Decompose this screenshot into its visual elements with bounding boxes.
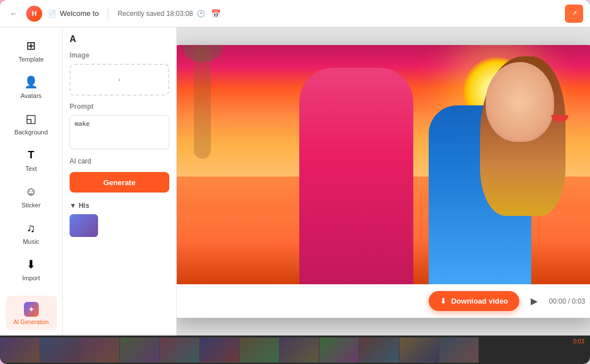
back-icon: ← (10, 9, 18, 18)
ai-card-label: AI card (70, 157, 169, 165)
person-blue (429, 73, 531, 284)
logo-text: H (32, 10, 37, 18)
left-panel: A Image + Prompt make AI card Generate ▼… (63, 27, 177, 336)
sidebar-label-import: Import (22, 275, 40, 281)
person-pink (299, 68, 413, 284)
doc-icon: 📄 (48, 10, 56, 18)
video-modal-overlay: ⬇ Download video ▶ 00:00 / 0:03 (177, 27, 590, 336)
history-label: His (79, 202, 89, 210)
sidebar-item-template[interactable]: ⊞ Template (6, 33, 57, 67)
timeline-frame-10 (359, 337, 399, 363)
sidebar-item-ai-generation[interactable]: ✦ AI Generation (6, 296, 57, 330)
share-button[interactable]: ↗ (565, 5, 583, 23)
sidebar-label-sticker: Sticker (22, 202, 41, 208)
history-thumbnail[interactable] (70, 214, 98, 237)
timeline-frame-6 (200, 337, 239, 363)
back-button[interactable]: ← (7, 7, 21, 21)
ai-generation-icon: ✦ (23, 301, 39, 317)
generate-button[interactable]: Generate (70, 172, 169, 193)
download-label: Download video (451, 297, 508, 305)
main-content: ⊞ Template 👤 Avatars ◱ Background T Text… (0, 27, 590, 336)
timeline-frame-5 (160, 337, 200, 363)
background-icon: ◱ (23, 111, 39, 126)
doc-title-text: Welcome to (60, 9, 99, 18)
sidebar-label-background: Background (14, 129, 48, 136)
timeline-frame-12 (439, 337, 479, 363)
timeline-frame-3 (80, 337, 120, 363)
play-button[interactable]: ▶ (525, 292, 543, 310)
timeline-frame-4 (120, 337, 160, 363)
timeline-track (0, 336, 479, 364)
panel-title: A (70, 34, 169, 44)
history-header[interactable]: ▼ His (70, 202, 169, 210)
video-modal-container: ⬇ Download video ▶ 00:00 / 0:03 (177, 45, 590, 318)
sidebar-label-text: Text (25, 165, 36, 172)
prompt-section-label: Prompt (70, 103, 169, 111)
editor-and-right: A Image + Prompt make AI card Generate ▼… (63, 27, 590, 336)
sidebar-item-import[interactable]: ⬇ Import (6, 252, 57, 286)
app-window: ← H 📄 Welcome to Recently saved 18:03:08… (0, 0, 590, 364)
sidebar-item-music[interactable]: ♫ Music (6, 215, 57, 250)
timeline-frame-7 (239, 337, 279, 363)
title-separator (108, 8, 108, 19)
template-icon: ⊞ (23, 38, 39, 54)
download-video-button[interactable]: ⬇ Download video (429, 291, 519, 311)
chevron-down-icon: ▼ (70, 202, 76, 210)
prompt-input[interactable]: make (70, 115, 169, 149)
sidebar-label-music: Music (23, 238, 39, 245)
upload-icon: + (82, 76, 157, 83)
top-bar: ← H 📄 Welcome to Recently saved 18:03:08… (0, 0, 590, 27)
timeline-frame-9 (319, 337, 359, 363)
saved-info: Recently saved 18:03:08 🕐 (117, 10, 205, 18)
history-section: ▼ His (70, 202, 169, 237)
app-logo: H (26, 6, 42, 22)
top-bar-right: ↗ (565, 5, 583, 23)
doc-title: 📄 Welcome to (48, 9, 99, 18)
download-icon: ⬇ (440, 297, 446, 305)
sticker-icon: ☺ (23, 183, 39, 199)
image-upload-area[interactable]: + (70, 64, 169, 96)
video-controls-bar: ⬇ Download video ▶ 00:00 / 0:03 (177, 284, 590, 318)
sidebar-item-avatars[interactable]: 👤 Avatars (6, 69, 57, 104)
import-icon: ⬇ (23, 256, 39, 272)
timeline-frame-11 (399, 337, 439, 363)
clock-icon: 🕐 (197, 10, 205, 18)
timeline-frame-2 (40, 337, 80, 363)
couple-scene (177, 45, 590, 284)
image-section-label: Image (70, 51, 169, 59)
video-preview (177, 45, 590, 284)
canvas-area: ⬇ Download video ▶ 00:00 / 0:03 (177, 27, 590, 336)
timeline-frame-1 (0, 337, 40, 363)
pink-torso (299, 68, 413, 284)
timeline-time-label: 0:03 (573, 338, 584, 345)
sidebar: ⊞ Template 👤 Avatars ◱ Background T Text… (0, 27, 63, 336)
sidebar-item-background[interactable]: ◱ Background (6, 106, 57, 140)
sidebar-label-avatars: Avatars (21, 92, 42, 99)
girl-face (486, 62, 554, 142)
sidebar-item-sticker[interactable]: ☺ Sticker (6, 179, 57, 213)
avatars-icon: 👤 (23, 74, 39, 90)
music-icon: ♫ (23, 220, 39, 236)
sidebar-label-ai-generation: AI Generation (14, 319, 49, 325)
timeline-bar: 0:03 (0, 336, 590, 364)
sidebar-item-text[interactable]: T Text (6, 142, 57, 177)
play-icon: ▶ (531, 296, 538, 306)
timeline-frame-8 (279, 337, 319, 363)
sidebar-label-template: Template (18, 56, 44, 63)
saved-text: Recently saved 18:03:08 (117, 10, 193, 18)
share-icon: ↗ (572, 10, 577, 17)
time-display: 00:00 / 0:03 (549, 297, 585, 305)
calendar-icon: 📅 (211, 9, 221, 18)
text-icon: T (23, 147, 39, 163)
